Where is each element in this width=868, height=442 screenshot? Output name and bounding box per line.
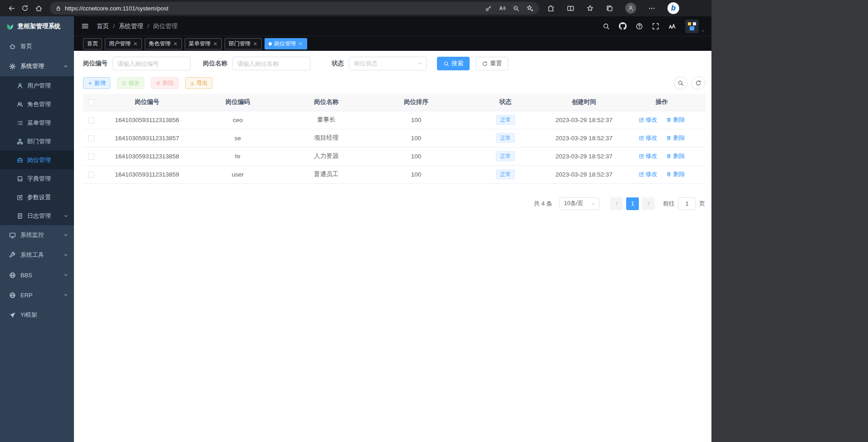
- cell-created: 2023-03-29 18:52:37: [550, 147, 618, 165]
- row-delete-label: 删除: [673, 152, 685, 160]
- row-edit-button[interactable]: 修改: [639, 116, 657, 124]
- next-page-button[interactable]: [642, 197, 655, 210]
- fullscreen-icon[interactable]: [652, 23, 659, 30]
- page-size-select[interactable]: 10条/页: [559, 197, 599, 210]
- page-1-button[interactable]: 1: [626, 197, 639, 210]
- gear-icon: [9, 63, 16, 70]
- browser-home-button[interactable]: [32, 1, 45, 15]
- table-row[interactable]: 1641030593112313857 se 项目经理 100 正常 2023-…: [83, 129, 706, 147]
- sidebar-item-bbs[interactable]: BBS: [0, 265, 74, 285]
- close-icon[interactable]: [213, 41, 218, 46]
- trash-icon: [666, 153, 672, 159]
- briefcase-icon: [17, 157, 23, 163]
- row-checkbox[interactable]: [88, 135, 94, 142]
- close-icon[interactable]: [298, 41, 303, 46]
- edit-button[interactable]: 修改: [117, 77, 144, 89]
- sidebar-item-erp[interactable]: ERP: [0, 285, 74, 305]
- browser-refresh-button[interactable]: [18, 1, 32, 15]
- row-edit-button[interactable]: 修改: [639, 170, 657, 178]
- delete-button[interactable]: 删除: [151, 77, 178, 89]
- row-checkbox[interactable]: [88, 153, 94, 160]
- prev-page-button[interactable]: [610, 197, 623, 210]
- font-size-icon[interactable]: [668, 22, 676, 30]
- user-menu[interactable]: [685, 20, 705, 33]
- address-bar[interactable]: https://ccnetcore.com:1101/system/post: [50, 2, 539, 15]
- refresh-table-icon[interactable]: [691, 76, 705, 90]
- browser-back-button[interactable]: [5, 1, 18, 15]
- sidebar-item-role-management[interactable]: 角色管理: [0, 95, 74, 113]
- trash-icon: [156, 81, 161, 86]
- tab-role-management[interactable]: 角色管理: [145, 38, 182, 49]
- split-screen-icon[interactable]: [567, 5, 574, 12]
- help-icon[interactable]: [636, 23, 643, 30]
- row-delete-button[interactable]: 删除: [666, 134, 685, 142]
- favorites-icon[interactable]: [586, 5, 594, 12]
- sidebar-toggle-icon[interactable]: [81, 22, 89, 30]
- select-all-checkbox[interactable]: [88, 99, 94, 106]
- extensions-icon[interactable]: [547, 5, 555, 12]
- tab-user-management[interactable]: 用户管理: [105, 38, 142, 49]
- sidebar-item-post-management[interactable]: 岗位管理: [0, 151, 74, 169]
- tab-dept-management[interactable]: 部门管理: [225, 38, 262, 49]
- breadcrumb-home[interactable]: 首页: [97, 22, 109, 30]
- sidebar-item-user-management[interactable]: 用户管理: [0, 76, 74, 95]
- zoom-out-icon[interactable]: [513, 5, 520, 12]
- post-code-input[interactable]: [113, 57, 191, 70]
- cell-post-id: 1641030593112313856: [99, 111, 195, 129]
- cell-post-id: 1641030593112313858: [99, 147, 195, 165]
- sidebar-item-dept-management[interactable]: 部门管理: [0, 132, 74, 151]
- trash-icon: [666, 172, 672, 177]
- sidebar-item-menu-management[interactable]: 菜单管理: [0, 113, 74, 132]
- tab-label: 首页: [87, 40, 98, 48]
- add-button[interactable]: 新增: [83, 77, 110, 89]
- row-delete-button[interactable]: 删除: [666, 152, 685, 160]
- close-icon[interactable]: [133, 41, 138, 46]
- site-lock-icon[interactable]: [55, 5, 61, 11]
- row-checkbox[interactable]: [88, 117, 94, 123]
- goto-page-input[interactable]: [678, 197, 696, 210]
- search-button[interactable]: 搜索: [437, 57, 470, 70]
- sidebar-item-system-tools[interactable]: 系统工具: [0, 245, 74, 265]
- globe-icon: [9, 292, 16, 299]
- table-row[interactable]: 1641030593112313858 hr 人力资源 100 正常 2023-…: [83, 147, 706, 165]
- chevron-down-icon: [417, 61, 423, 66]
- toggle-search-icon[interactable]: [674, 76, 687, 90]
- breadcrumb-system[interactable]: 系统管理: [119, 22, 143, 30]
- github-icon[interactable]: [619, 22, 627, 30]
- browser-settings-menu-icon[interactable]: [648, 5, 656, 12]
- row-delete-button[interactable]: 删除: [666, 116, 685, 124]
- tab-post-management[interactable]: 岗位管理: [265, 38, 307, 49]
- row-edit-button[interactable]: 修改: [639, 152, 657, 160]
- sidebar-item-dict-management[interactable]: 字典管理: [0, 169, 74, 188]
- sidebar-item-param-settings[interactable]: 参数设置: [0, 188, 74, 206]
- password-key-icon[interactable]: [485, 5, 492, 12]
- tab-menu-management[interactable]: 菜单管理: [185, 38, 222, 49]
- add-favorite-icon[interactable]: [526, 5, 534, 12]
- user-avatar[interactable]: [685, 20, 699, 33]
- tab-home[interactable]: 首页: [83, 38, 102, 49]
- table-row[interactable]: 1641030593112313856 ceo 董事长 100 正常 2023-…: [83, 111, 706, 129]
- export-button[interactable]: 导出: [185, 77, 212, 89]
- edit-icon: [122, 81, 127, 86]
- table-row[interactable]: 1641030593112313859 user 普通员工 100 正常 202…: [83, 165, 706, 183]
- browser-profile-avatar[interactable]: [625, 3, 636, 14]
- sidebar-item-yi-framework[interactable]: Yi框架: [0, 305, 74, 325]
- sidebar-item-home[interactable]: 首页: [0, 36, 74, 56]
- row-edit-button[interactable]: 修改: [639, 134, 657, 142]
- row-checkbox[interactable]: [88, 172, 94, 178]
- row-delete-button[interactable]: 删除: [666, 170, 685, 178]
- sidebar-item-label: 系统监控: [20, 231, 44, 239]
- post-name-input[interactable]: [232, 57, 310, 70]
- close-icon[interactable]: [173, 41, 178, 46]
- read-aloud-icon[interactable]: [499, 5, 506, 12]
- reset-button[interactable]: 重置: [476, 57, 508, 70]
- sidebar-item-log-management[interactable]: 日志管理: [0, 206, 74, 225]
- copilot-icon[interactable]: b: [667, 2, 679, 14]
- sidebar-item-system-management[interactable]: 系统管理: [0, 56, 74, 76]
- chevron-down-icon: [590, 201, 596, 206]
- status-select[interactable]: 岗位状态: [349, 57, 427, 70]
- sidebar-item-system-monitor[interactable]: 系统监控: [0, 225, 74, 245]
- header-search-icon[interactable]: [603, 23, 610, 30]
- close-icon[interactable]: [253, 41, 258, 46]
- collections-icon[interactable]: [606, 5, 613, 12]
